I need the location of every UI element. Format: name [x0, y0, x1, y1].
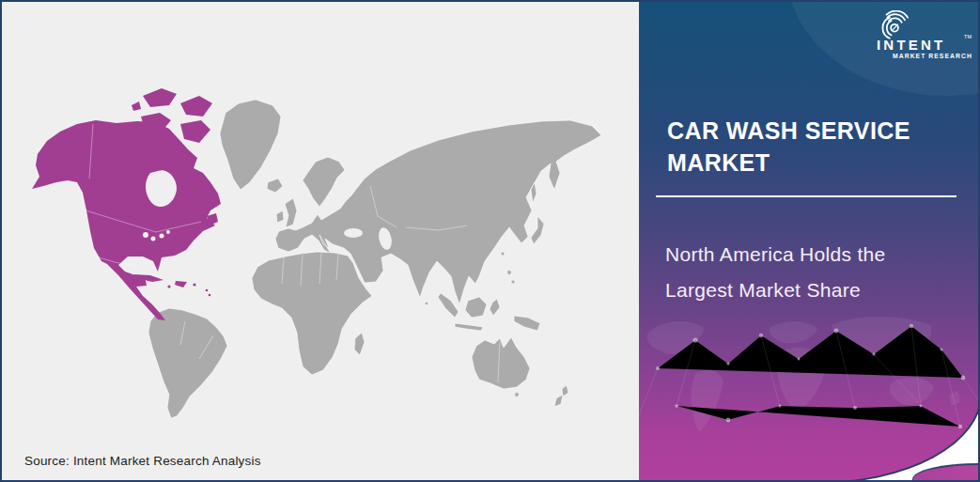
faint-world-map: [647, 317, 960, 432]
brand-name: INTENT: [877, 37, 945, 53]
constellation-lines: [639, 326, 980, 427]
brand-logo: INTENT TM MARKET RESEARCH: [877, 10, 963, 61]
infographic-canvas: Source: Intent Market Research Analysis: [0, 0, 980, 482]
report-title: CAR WASH SERVICE MARKET: [667, 115, 958, 179]
title-divider: [656, 195, 957, 197]
report-subtitle: North America Holds the Largest Market S…: [665, 237, 911, 308]
north-america-highlight: [32, 88, 221, 320]
world-land-gray: [148, 100, 601, 418]
source-note: Source: Intent Market Research Analysis: [24, 454, 261, 468]
corner-accent-shape: [912, 463, 978, 480]
world-map-panel: Source: Intent Market Research Analysis: [2, 2, 639, 480]
constellation-nodes: [656, 324, 965, 428]
info-panel: INTENT TM MARKET RESEARCH CAR WASH SERVI…: [639, 2, 980, 482]
world-map: [2, 2, 639, 480]
trademark-symbol: TM: [964, 34, 972, 39]
brand-tagline: MARKET RESEARCH: [893, 53, 972, 59]
